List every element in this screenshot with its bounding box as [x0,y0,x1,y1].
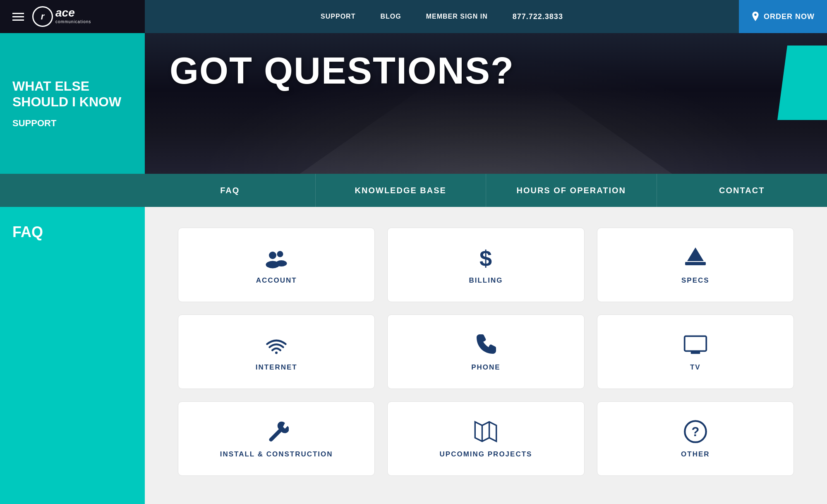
faq-card-billing[interactable]: $ BILLING [387,228,584,302]
svg-rect-5 [685,262,706,265]
sidebar-main: FAQ [0,207,145,504]
svg-text:$: $ [479,246,492,270]
logo-area: r ace communications [0,0,145,33]
hamburger-menu[interactable] [12,13,24,21]
logo-sub: communications [55,19,91,24]
support-link[interactable]: SUPPORT [12,118,132,129]
sidebar-hero: WHAT ELSE SHOULD I KNOW SUPPORT [0,33,145,174]
faq-card-specs[interactable]: SPECS [597,228,794,302]
faq-card-other[interactable]: ? OTHER [597,401,794,476]
subnav-faq[interactable]: FAQ [145,174,316,207]
hero-section: WHAT ELSE SHOULD I KNOW SUPPORT GOT QUES… [0,33,827,174]
faq-projects-label: UPCOMING PROJECTS [440,450,532,458]
faq-card-projects[interactable]: UPCOMING PROJECTS [387,401,584,476]
svg-rect-9 [691,351,700,354]
svg-point-1 [277,251,283,257]
install-wrench-icon [264,419,289,444]
specs-icon [683,245,708,270]
billing-icon: $ [473,245,498,270]
order-now-button[interactable]: ORDER NOW [739,0,827,33]
svg-marker-6 [687,247,704,261]
sub-nav: FAQ KNOWLEDGE BASE HOURS OF OPERATION CO… [0,174,827,207]
svg-rect-8 [685,336,707,351]
internet-wifi-icon [264,332,289,357]
faq-card-tv[interactable]: TV [597,314,794,389]
faq-card-install[interactable]: INSTALL & CONSTRUCTION [178,401,375,476]
faq-card-phone[interactable]: PHONE [387,314,584,389]
sidebar-hero-title: WHAT ELSE SHOULD I KNOW [12,78,132,110]
phone-icon [473,332,498,357]
logo-circle: r [32,6,53,27]
faq-grid-area: ACCOUNT $ BILLING SPECS [145,207,827,504]
hero-main: GOT QUESTIONS? [145,33,827,174]
order-now-label: ORDER NOW [764,12,815,21]
svg-point-7 [275,351,278,354]
faq-internet-label: INTERNET [256,363,297,372]
svg-point-3 [276,260,287,266]
hero-title-area: GOT QUESTIONS? [145,33,827,109]
nav-support[interactable]: SUPPORT [321,13,355,20]
main-content: FAQ ACCOUNT $ BILLING [0,207,827,504]
account-icon [264,245,289,270]
hero-title: GOT QUESTIONS? [170,50,514,92]
location-pin-icon [751,12,760,22]
other-question-icon: ? [683,419,708,444]
faq-other-label: OTHER [681,450,710,458]
faq-card-account[interactable]: ACCOUNT [178,228,375,302]
logo[interactable]: r ace communications [32,6,91,27]
tv-icon [683,332,708,357]
faq-install-label: INSTALL & CONSTRUCTION [220,450,333,458]
svg-point-0 [269,252,276,259]
svg-marker-10 [475,422,496,441]
faq-billing-label: BILLING [469,276,503,285]
top-nav: r ace communications SUPPORT BLOG MEMBER… [0,0,827,33]
map-icon [473,419,498,444]
faq-tv-label: TV [690,363,701,372]
faq-specs-label: SPECS [681,276,710,285]
logo-name: ace [55,6,91,19]
faq-phone-label: PHONE [471,363,500,372]
subnav-knowledge-base[interactable]: KNOWLEDGE BASE [316,174,487,207]
sub-nav-items: FAQ KNOWLEDGE BASE HOURS OF OPERATION CO… [145,174,827,207]
subnav-hours[interactable]: HOURS OF OPERATION [486,174,657,207]
svg-text:?: ? [691,425,699,439]
nav-links: SUPPORT BLOG MEMBER SIGN IN 877.722.3833 [145,0,739,33]
faq-account-label: ACCOUNT [256,276,297,285]
faq-grid: ACCOUNT $ BILLING SPECS [178,228,794,476]
nav-signin[interactable]: MEMBER SIGN IN [426,13,488,20]
nav-phone: 877.722.3833 [513,12,563,21]
subnav-contact[interactable]: CONTACT [657,174,827,207]
nav-blog[interactable]: BLOG [380,13,401,20]
sidebar-faq-title: FAQ [12,223,132,241]
faq-card-internet[interactable]: INTERNET [178,314,375,389]
